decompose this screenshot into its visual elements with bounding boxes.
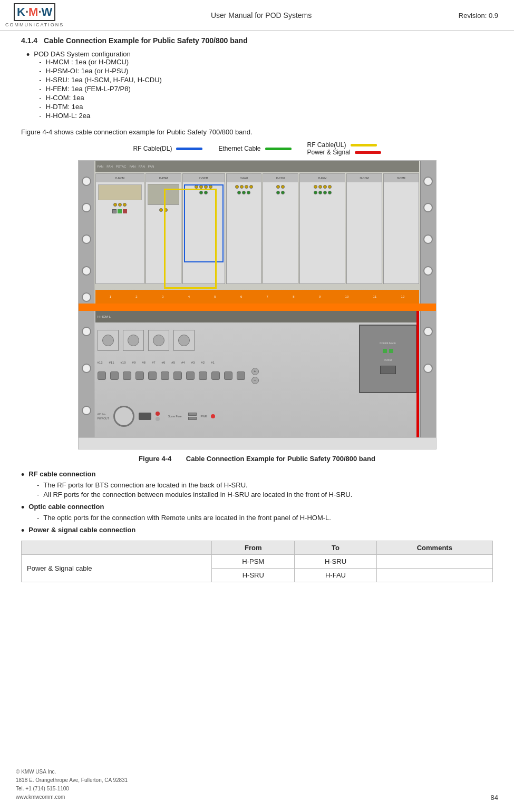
cable-type-label: Power & Signal cable xyxy=(22,555,212,582)
fau-con-2 xyxy=(240,185,244,189)
fiber-port-6 xyxy=(173,371,182,380)
row2-comment xyxy=(376,569,492,582)
sub-item-7: -H-HOM-L: 2ea xyxy=(39,112,162,120)
fem-grn-3 xyxy=(323,191,327,194)
slot-7: 7 xyxy=(267,295,268,298)
bracket-screw-4 xyxy=(82,266,91,276)
module-hcom-top: H-COM xyxy=(347,174,382,182)
rack-bracket-right-lower xyxy=(420,311,436,437)
header-revision: Revision: 0.9 xyxy=(459,12,498,19)
power-led-red xyxy=(156,412,160,416)
col-header-from: From xyxy=(212,541,295,555)
footer-company-info: © KMW USA Inc. 1818 E. Orangethrope Ave,… xyxy=(16,768,128,801)
logo-k: K xyxy=(17,5,25,19)
logo-box: K · M · W xyxy=(14,3,55,21)
legend-power: Power & Signal xyxy=(307,149,381,156)
spare-fuse-label: Spare Fuse xyxy=(168,415,182,418)
legend-rf-ul-line xyxy=(351,144,377,146)
power-heading: Power & signal cable connection xyxy=(28,526,135,534)
status-led-3 xyxy=(123,209,127,213)
bullet-dot: • xyxy=(26,50,30,60)
bottom-stripe xyxy=(79,437,436,449)
rack-inner-upper: FAN FAN PSTAC FAN FAN FAN H-MCM xyxy=(95,161,419,304)
module-hcdu-label: H-CDU xyxy=(276,177,285,180)
fau-con-1 xyxy=(235,185,239,189)
module-hfau-top: H-FAU xyxy=(227,174,261,182)
power-led-grey xyxy=(156,417,160,421)
config-list: • POD DAS System configuration -H-MCM : … xyxy=(26,50,493,121)
bracket-screw-r3 xyxy=(423,234,433,244)
blue-highlight-scm xyxy=(184,184,224,262)
col-header-comments: Comments xyxy=(376,541,492,555)
minus-button: − xyxy=(251,377,259,384)
rack-lower: H-HOM-L xyxy=(79,311,436,437)
row1-comment xyxy=(376,555,492,569)
bullet-optic: • xyxy=(21,503,24,512)
fiber-port-1 xyxy=(237,371,245,380)
slot-9: 9 xyxy=(319,295,321,298)
port-label-3: #3 xyxy=(191,361,195,364)
footer-address: 1818 E. Orangethrope Ave, Fullerton, CA … xyxy=(16,776,128,785)
port-label-6: #6 xyxy=(162,361,166,364)
fiber-port-8 xyxy=(148,371,157,380)
module-hfau: H-FAU xyxy=(226,173,262,284)
fiber-port-10 xyxy=(123,371,131,380)
module-hdtm-top: H-DTM xyxy=(384,174,419,182)
power-panel-label: Control Alarm xyxy=(380,341,395,345)
cdu-con-1 xyxy=(276,185,280,189)
ctrl-2-circle xyxy=(128,335,139,346)
fiber-ports-row: + − xyxy=(98,368,356,384)
slot-1: 1 xyxy=(110,295,111,298)
fiber-port-9 xyxy=(135,371,144,380)
module-hfau-label: H-FAU xyxy=(240,177,248,180)
power-switch xyxy=(139,413,151,420)
red-vertical-cable xyxy=(416,311,419,437)
control-row xyxy=(98,326,356,355)
header-title: User Manual for POD Systems xyxy=(211,11,312,19)
fiber-port-12 xyxy=(98,371,106,380)
power-labels: AC IN~ PWROUT xyxy=(98,413,109,420)
ctrl-2 xyxy=(123,330,144,351)
lower-rack-inner: H-HOM-L xyxy=(95,311,419,437)
pwr-led xyxy=(211,414,215,418)
sub-item-3: -H-SRU: 1ea (H-SCM, H-FAU, H-CDU) xyxy=(39,76,162,84)
modules-area: H-MCM xyxy=(95,173,419,284)
port-label-8: #8 xyxy=(142,361,146,364)
power-outlet xyxy=(113,406,134,427)
optic-heading: Optic cable connection xyxy=(28,503,104,511)
rack-bracket-left-lower xyxy=(79,311,94,437)
module-hfem: H-FEM xyxy=(299,173,345,284)
rusm-label: RUSM xyxy=(384,358,392,361)
legend-ethernet-label: Ethernet Cable xyxy=(218,145,260,152)
rack-bracket-right xyxy=(420,161,436,304)
col-header-to: To xyxy=(295,541,376,555)
figure-caption: Figure 4-4 Cable Connection Example for … xyxy=(21,455,493,463)
module-hmcm-top: H-MCM xyxy=(96,174,144,182)
ctrl-4 xyxy=(173,330,195,351)
lower-bar-label: H-HOM-L xyxy=(98,315,111,318)
fiber-port-7 xyxy=(161,371,169,380)
sub-item-4: -H-FEM: 1ea (FEM-L-P7/P8) xyxy=(39,85,162,93)
legend-rf-ul: RF Cable(UL) xyxy=(307,141,381,149)
module-hmcm-label: H-MCM xyxy=(115,177,124,180)
module-hscm-top: H-SCM xyxy=(183,174,225,182)
bracket-screw-r2 xyxy=(423,203,433,212)
row1-to: H-SRU xyxy=(295,555,376,569)
footer-website: www.kmwcomm.com xyxy=(16,793,128,801)
slot-3: 3 xyxy=(162,295,163,298)
figure-title: Cable Connection Example for Public Safe… xyxy=(186,455,375,463)
upper-bar-label-1: FAN xyxy=(98,165,104,168)
con-3 xyxy=(123,203,127,207)
ctrl-3-circle xyxy=(153,335,164,346)
module-hscm: H-SCM xyxy=(182,173,225,284)
fau-grn-3 xyxy=(247,191,250,194)
diagram-container: FAN FAN PSTAC FAN FAN FAN H-MCM xyxy=(78,160,437,449)
module-hdtm-label: H-DTM xyxy=(397,177,405,180)
upper-bar-label-3: PSTAC xyxy=(116,165,127,168)
fau-con-3 xyxy=(245,185,248,189)
power-panel: Control Alarm RUSM xyxy=(359,325,417,393)
section-heading: 4.1.4 Cable Connection Example for Publi… xyxy=(21,36,493,45)
fiber-port-4 xyxy=(199,371,207,380)
module-hpsm-body xyxy=(148,184,179,205)
row2-to: H-FAU xyxy=(295,569,376,582)
